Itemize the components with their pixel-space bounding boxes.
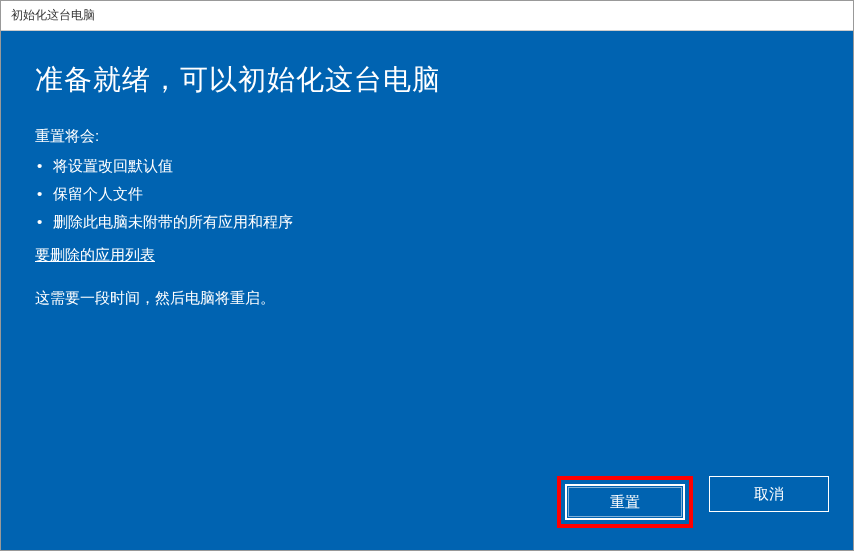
page-heading: 准备就绪，可以初始化这台电脑	[35, 61, 819, 99]
apps-to-remove-link[interactable]: 要删除的应用列表	[35, 246, 819, 265]
window-title: 初始化这台电脑	[11, 7, 95, 24]
reset-button-highlight: 重置	[557, 476, 693, 528]
cancel-button[interactable]: 取消	[709, 476, 829, 512]
dialog-content: 准备就绪，可以初始化这台电脑 重置将会: 将设置改回默认值 保留个人文件 删除此…	[1, 31, 853, 550]
bullet-item: 保留个人文件	[35, 180, 819, 208]
bullet-item: 删除此电脑未附带的所有应用和程序	[35, 208, 819, 236]
reset-subheading: 重置将会:	[35, 127, 819, 146]
reset-button[interactable]: 重置	[565, 484, 685, 520]
reset-bullet-list: 将设置改回默认值 保留个人文件 删除此电脑未附带的所有应用和程序	[35, 152, 819, 236]
restart-note: 这需要一段时间，然后电脑将重启。	[35, 289, 819, 308]
bullet-item: 将设置改回默认值	[35, 152, 819, 180]
titlebar: 初始化这台电脑	[1, 1, 853, 31]
reset-pc-dialog: 初始化这台电脑 准备就绪，可以初始化这台电脑 重置将会: 将设置改回默认值 保留…	[0, 0, 854, 551]
dialog-buttons: 重置 取消	[557, 476, 829, 528]
